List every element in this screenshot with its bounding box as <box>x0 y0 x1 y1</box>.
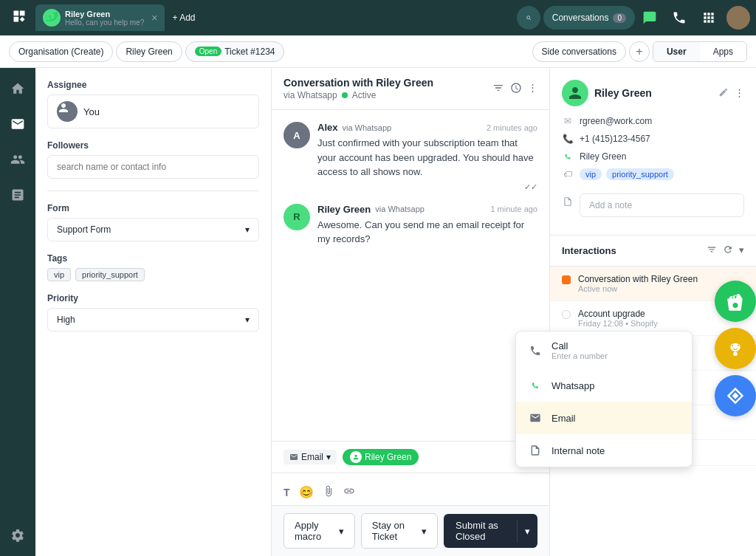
priority-label: Priority <box>47 293 259 303</box>
followers-input[interactable] <box>47 155 259 179</box>
logo <box>6 9 32 27</box>
priority-select[interactable]: High ▾ <box>47 308 259 332</box>
macro-label: Apply macro <box>295 520 334 542</box>
mailchimp-badge[interactable] <box>715 328 756 369</box>
phone-info-icon: 📞 <box>562 133 574 145</box>
note-label: Internal note <box>551 445 605 456</box>
side-conversations-btn[interactable]: Side conversations <box>532 41 626 62</box>
tab-bar: Organisation (Create) Riley Green Open T… <box>0 35 756 68</box>
user-tag-vip[interactable]: vip <box>580 168 602 180</box>
ticket-tab-label: Ticket #1234 <box>224 47 275 57</box>
whatsapp-icon <box>528 378 543 393</box>
org-tab[interactable]: Organisation (Create) <box>9 41 113 62</box>
text-format-icon[interactable]: T <box>284 487 290 498</box>
user-phone: +1 (415)123-4567 <box>580 134 650 144</box>
submit-btn[interactable]: Submit as Closed ▾ <box>444 514 537 548</box>
form-label: Form <box>47 203 259 213</box>
tab-subtitle: Hello, can you help me? <box>65 18 144 27</box>
user-tab-btn[interactable]: User <box>653 42 700 61</box>
msg-name-alex: Alex <box>317 122 337 133</box>
search-btn[interactable] <box>517 6 540 30</box>
add-side-conv-btn[interactable]: + <box>629 41 650 62</box>
user-tag-priority[interactable]: priority_support <box>606 168 674 180</box>
tab-close-btn[interactable]: × <box>151 12 157 24</box>
conversations-btn[interactable]: Conversations 0 <box>543 6 635 30</box>
top-bar: Riley Green Hello, can you help me? × + … <box>0 0 756 35</box>
form-select[interactable]: Support Form ▾ <box>47 218 259 241</box>
form-value: Support Form <box>57 224 111 235</box>
form-chevron-icon: ▾ <box>245 224 250 235</box>
tag-vip[interactable]: vip <box>47 268 71 281</box>
call-sub: Enter a number <box>551 351 608 360</box>
email-tag-label: Email <box>301 452 323 462</box>
nav-home[interactable] <box>6 77 30 100</box>
apps-icon-btn[interactable] <box>697 6 721 30</box>
compose-actions: T 😊 <box>284 479 537 499</box>
ticket-tab[interactable]: Open Ticket #1234 <box>185 41 285 62</box>
collapse-icon[interactable]: ▾ <box>739 244 744 257</box>
tags-row: vip priority_support <box>47 268 259 281</box>
nav-reports[interactable] <box>6 183 30 207</box>
interaction-circle-upgrade <box>562 310 571 319</box>
user-tag-label: Riley Green <box>365 452 411 462</box>
tab-name: Riley Green <box>65 10 144 18</box>
filter-icon[interactable] <box>492 82 504 96</box>
menu-whatsapp[interactable]: Whatsapp <box>516 369 692 402</box>
user-tab[interactable]: Riley Green <box>116 41 182 62</box>
apps-tab-btn[interactable]: Apps <box>700 42 746 61</box>
msg-ticks: ✓✓ <box>317 182 537 192</box>
phone-icon-btn[interactable] <box>667 6 691 30</box>
user-tag-avatar <box>350 451 362 463</box>
user-tag[interactable]: Riley Green <box>343 449 419 465</box>
link-icon[interactable] <box>343 485 355 499</box>
stay-ticket-btn[interactable]: Stay on Ticket ▾ <box>361 513 438 549</box>
submit-area: Apply macro ▾ Stay on Ticket ▾ Submit as… <box>272 505 549 556</box>
form-section: Form Support Form ▾ <box>47 203 259 241</box>
user-email: rgreen@work.com <box>580 116 652 126</box>
email-chevron: ▾ <box>326 452 331 462</box>
email-icon <box>528 411 543 425</box>
menu-call[interactable]: Call Enter a number <box>516 332 692 369</box>
interactions-header: Interactions ▾ <box>550 236 756 267</box>
jira-badge[interactable] <box>715 375 756 416</box>
submit-arrow-icon[interactable]: ▾ <box>517 520 537 543</box>
tags-label: Tags <box>47 253 259 264</box>
nav-inbox[interactable] <box>6 112 30 136</box>
tag-info-icon: 🏷 <box>562 168 574 180</box>
menu-email[interactable]: Email <box>516 402 692 434</box>
apply-macro-btn[interactable]: Apply macro ▾ <box>284 513 355 549</box>
add-note-field[interactable]: Add a note <box>580 193 744 217</box>
more-icon[interactable]: ⋮ <box>528 82 537 96</box>
conversations-badge: 0 <box>613 13 626 23</box>
user-card: Riley Green ⋮ ✉ rgreen@work.com 📞 +1 (41… <box>550 68 756 236</box>
tag-priority[interactable]: priority_support <box>75 268 145 281</box>
nav-settings[interactable] <box>6 524 30 547</box>
nav-contacts[interactable] <box>6 148 30 171</box>
priority-section: Priority High ▾ <box>47 293 259 332</box>
note-info-icon <box>562 196 574 207</box>
followers-label: Followers <box>47 140 259 151</box>
refresh-icon[interactable] <box>723 244 733 257</box>
whatsapp-label: Whatsapp <box>551 380 595 391</box>
shopify-badge[interactable] <box>715 281 756 322</box>
user-card-header: Riley Green ⋮ <box>562 80 744 106</box>
clock-icon[interactable] <box>510 82 522 96</box>
followers-section: Followers <box>47 140 259 179</box>
emoji-icon[interactable]: 😊 <box>299 485 314 499</box>
conv-header: Conversation with Riley Green via Whatsa… <box>272 68 549 110</box>
add-tab-btn[interactable]: + Add <box>168 13 199 23</box>
chat-icon-btn[interactable] <box>638 6 662 30</box>
user-avatar[interactable] <box>726 6 750 30</box>
more-user-icon[interactable]: ⋮ <box>735 87 744 100</box>
filter-interactions-icon[interactable] <box>707 244 717 257</box>
interactions-title: Interactions <box>562 245 707 256</box>
assignee-box[interactable]: You <box>47 95 259 128</box>
reply-type-dropdown: Call Enter a number Whatsapp Email <box>515 331 693 467</box>
attachment-icon[interactable] <box>323 485 334 499</box>
menu-internal-note[interactable]: Internal note <box>516 434 692 467</box>
email-menu-label: Email <box>551 413 576 424</box>
email-tag[interactable]: Email ▾ <box>284 450 337 464</box>
msg-content-alex: Alex via Whatsapp 2 minutes ago Just con… <box>317 122 537 192</box>
current-tab[interactable]: Riley Green Hello, can you help me? × <box>35 4 165 31</box>
edit-icon[interactable] <box>718 87 729 100</box>
